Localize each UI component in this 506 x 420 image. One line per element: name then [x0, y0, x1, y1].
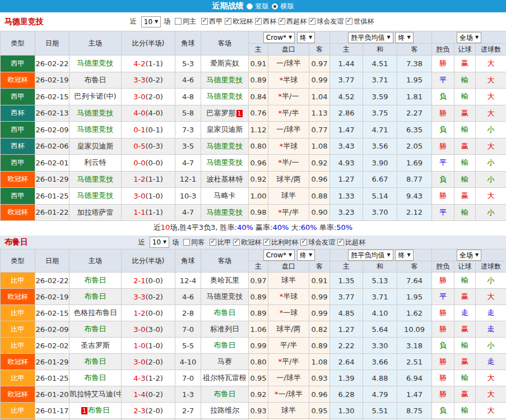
league-checkbox[interactable]	[309, 18, 315, 25]
mean-draw-cell: 4.79	[363, 386, 397, 403]
league-filter[interactable]: 欧冠杯	[233, 238, 261, 246]
mean-away-cell: 1.69	[397, 155, 432, 172]
section1-team-title: 马德里竞技	[4, 17, 44, 27]
odds-group-header: Crow*▼ 终▼	[249, 250, 330, 261]
match-row: 欧冠杯26-01-29布鲁日3-0(2-0)4-10马赛0.80*平/半1.08…	[1, 354, 506, 370]
league-checkbox[interactable]	[300, 239, 307, 246]
league-checkbox[interactable]	[233, 239, 240, 246]
home-team-cell: 布鲁日	[69, 289, 122, 305]
handicap-cell: 球半/两	[268, 321, 309, 338]
league-checkbox[interactable]	[263, 239, 270, 246]
away-team-cell: 马德里竞技	[201, 89, 249, 105]
league-filter[interactable]: 欧冠杯	[225, 17, 253, 25]
league-filter[interactable]: 比利时杯	[263, 238, 298, 246]
layout-horizontal-radio[interactable]	[272, 3, 278, 10]
odds-company-select[interactable]: Crow*▼	[263, 32, 295, 43]
goals-result-cell: 大	[476, 72, 506, 89]
league-label: 欧冠杯	[241, 238, 261, 246]
section1-filter-row: 马德里竞技 近 10▼ 场 同主 西甲欧冠杯西杯西超杯球会友谊世俱杯	[0, 12, 506, 31]
same-away-checkbox[interactable]	[183, 239, 190, 246]
layout-vertical-label[interactable]: 竖版	[256, 2, 269, 11]
score-cell: 1-0(1-0)	[122, 338, 175, 354]
corners-cell: 10-3	[175, 188, 201, 205]
result-cell: 負	[432, 403, 454, 419]
mean-away-cell: 2.27	[397, 105, 432, 122]
scope-select[interactable]: 全场▼	[457, 32, 481, 43]
mean-type-select[interactable]: 胜平负均值▼	[348, 32, 393, 43]
league-checkbox[interactable]	[337, 239, 344, 246]
score-cell: 0-1(0-1)	[122, 122, 175, 139]
home-team-cell: 马德里竞技	[69, 171, 122, 188]
league-checkbox[interactable]	[278, 18, 285, 25]
layout-horizontal-label[interactable]: 横版	[281, 2, 294, 11]
handicap-result-cell: 輸	[454, 72, 476, 89]
league-badge: 比甲	[1, 305, 35, 321]
handicap-cell: 一/球半	[268, 122, 309, 139]
league-filter[interactable]: 球会友谊	[309, 17, 343, 25]
odds-stage-select[interactable]: 终▼	[297, 250, 315, 261]
same-home-filter[interactable]: 同主	[175, 17, 196, 26]
summary-text: 单率:	[317, 223, 337, 233]
handicap-result-cell: 走	[454, 305, 476, 321]
scope-group-header: 全场▼	[432, 31, 506, 44]
league-checkbox[interactable]	[225, 18, 231, 25]
odds-away-cell: 0.82	[309, 321, 330, 338]
league-filter[interactable]: 西超杯	[278, 17, 307, 25]
match-count-select[interactable]: 10▼	[141, 16, 161, 27]
odds-away-cell: 0.88	[309, 188, 330, 205]
league-filter[interactable]: 西杯	[255, 17, 276, 25]
mean-away-cell: 2.05	[397, 138, 432, 155]
chevron-down-icon: ▼	[309, 33, 312, 42]
odds-home-cell: 0.80	[249, 138, 268, 155]
league-filter[interactable]: 世俱杯	[346, 17, 374, 25]
mean-draw-cell: 3.59	[363, 89, 397, 105]
league-badge: 欧冠杯	[1, 354, 35, 370]
match-row: 欧冠杯26-02-19布鲁日3-3(0-2)4-6马德里竞技0.89*半球0.9…	[1, 72, 506, 89]
score-cell: 3-3(0-2)	[122, 289, 175, 305]
corners-cell: 5-8	[175, 105, 201, 122]
scope-select[interactable]: 全场▼	[457, 250, 481, 261]
match-count-select[interactable]: 10▼	[150, 237, 169, 248]
mean-type-select[interactable]: 胜平负均值▼	[348, 250, 393, 261]
odds-company-select[interactable]: Crow*▼	[263, 250, 295, 261]
col-away: 客场	[201, 250, 249, 273]
result-cell: 勝	[432, 321, 454, 338]
result-cell: 勝	[432, 354, 454, 370]
away-team-cell: 布鲁日	[201, 338, 249, 354]
summary-text: 60%	[301, 223, 317, 232]
league-checkbox[interactable]	[210, 239, 216, 246]
same-away-filter[interactable]: 同客	[183, 238, 205, 247]
league-label: 西超杯	[286, 17, 307, 25]
mean-draw-cell: 3.56	[363, 138, 397, 155]
league-badge: 西甲	[1, 122, 35, 139]
mean-stage-select[interactable]: 终▼	[395, 250, 413, 261]
league-filter[interactable]: 球会友谊	[300, 238, 335, 246]
corners-cell: 12-4	[175, 273, 201, 289]
result-cell: 負	[432, 338, 454, 354]
section1-match-table: 类型 日期 主场 比分(半场) 角球 客场 Crow*▼ 终▼ 胜平负均值▼ 终…	[0, 31, 506, 221]
handicap-cell: *半球	[268, 289, 309, 305]
league-filter[interactable]: 比甲	[210, 238, 231, 246]
home-team-cell: 利云特	[69, 155, 122, 172]
league-checkbox[interactable]	[201, 18, 208, 25]
league-filter[interactable]: 西甲	[201, 17, 222, 25]
same-home-checkbox[interactable]	[175, 18, 182, 25]
home-team-cell: 巴列卡诺(中)	[69, 89, 122, 105]
league-filter[interactable]: 比超杯	[337, 238, 365, 246]
col-type: 类型	[1, 250, 35, 273]
league-label: 世俱杯	[354, 17, 374, 25]
league-badge: 西甲	[1, 89, 35, 105]
league-checkbox[interactable]	[346, 18, 352, 25]
odds-stage-select[interactable]: 终▼	[297, 32, 315, 43]
handicap-cell: 一/球半	[268, 370, 309, 386]
score-cell: 2-3(2-0)	[122, 403, 175, 419]
odds-away-cell: 0.92	[309, 155, 330, 172]
league-checkbox[interactable]	[255, 18, 262, 25]
layout-vertical-radio[interactable]	[247, 3, 253, 10]
date-cell: 26-01-25	[35, 188, 69, 205]
summary-text: 场,胜4平3负3, 胜率:	[170, 223, 237, 233]
chevron-down-icon: ▼	[155, 17, 158, 26]
goals-result-cell: 小	[476, 171, 506, 188]
mean-draw-cell: 4.10	[363, 305, 397, 321]
mean-stage-select[interactable]: 终▼	[395, 32, 413, 43]
